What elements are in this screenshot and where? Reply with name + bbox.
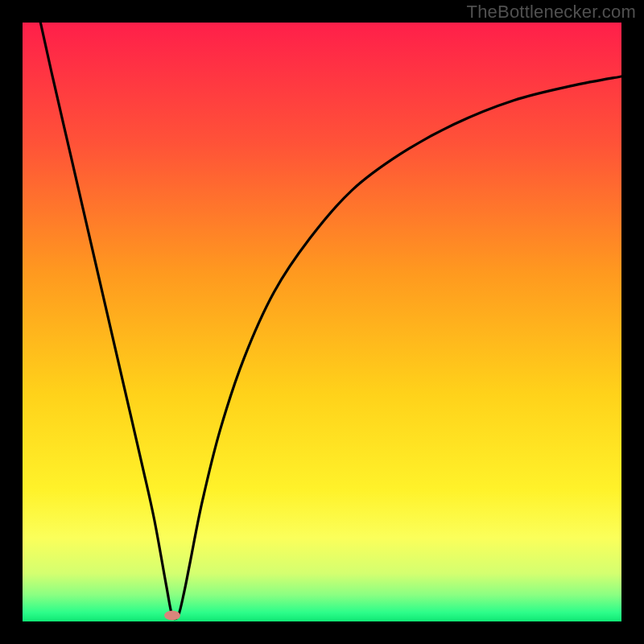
chart-frame: TheBottlenecker.com xyxy=(0,0,644,644)
gradient-background xyxy=(23,23,621,621)
plot-area xyxy=(23,23,621,621)
bottleneck-chart xyxy=(23,23,621,621)
minimum-marker xyxy=(164,611,180,621)
attribution-text: TheBottlenecker.com xyxy=(467,2,636,23)
